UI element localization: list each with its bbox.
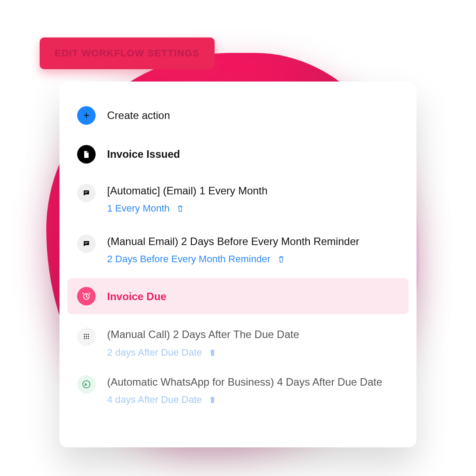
create-action-row[interactable]: Create action xyxy=(60,100,416,131)
svg-point-8 xyxy=(86,338,87,339)
button-label: EDIT WORKFLOW SETTINGS xyxy=(55,48,200,59)
file-icon xyxy=(77,145,96,164)
trash-icon[interactable] xyxy=(208,395,217,404)
automatic-email-title: [Automatic] (Email) 1 Every Month xyxy=(107,184,268,197)
svg-point-4 xyxy=(84,336,85,337)
whatsapp-sub[interactable]: 4 days After Due Date xyxy=(107,394,202,405)
manual-call-title: (Manual Call) 2 Days After The Due Date xyxy=(107,327,299,341)
invoice-due-label: Invoice Due xyxy=(107,290,167,303)
svg-point-9 xyxy=(88,338,89,339)
whatsapp-title: (Automatic WhatsApp for Business) 4 Days… xyxy=(107,375,382,389)
edit-workflow-settings-button[interactable]: EDIT WORKFLOW SETTINGS xyxy=(40,37,215,69)
alarm-icon xyxy=(77,287,96,305)
manual-email-title: (Manual Email) 2 Days Before Every Month… xyxy=(107,234,359,248)
dialpad-icon xyxy=(77,327,96,346)
trash-icon[interactable] xyxy=(208,348,217,357)
svg-point-6 xyxy=(88,336,89,337)
automatic-email-row[interactable]: [Automatic] (Email) 1 Every Month 1 Ever… xyxy=(60,178,416,220)
message-icon xyxy=(77,184,96,202)
trash-icon[interactable] xyxy=(176,204,185,213)
svg-point-7 xyxy=(84,338,85,339)
create-action-label: Create action xyxy=(107,108,170,122)
svg-point-2 xyxy=(86,334,87,335)
invoice-issued-row[interactable]: Invoice Issued xyxy=(60,139,416,170)
whatsapp-row[interactable]: (Automatic WhatsApp for Business) 4 Days… xyxy=(60,369,416,412)
svg-point-1 xyxy=(84,334,85,335)
manual-email-row[interactable]: (Manual Email) 2 Days Before Every Month… xyxy=(60,228,416,271)
whatsapp-icon xyxy=(77,375,96,394)
trash-icon[interactable] xyxy=(277,255,286,264)
manual-call-row[interactable]: (Manual Call) 2 Days After The Due Date … xyxy=(60,321,416,364)
invoice-due-row[interactable]: Invoice Due xyxy=(67,278,409,314)
invoice-issued-label: Invoice Issued xyxy=(107,147,180,161)
automatic-email-sub[interactable]: 1 Every Month xyxy=(107,203,170,214)
svg-point-3 xyxy=(88,334,89,335)
manual-email-sub[interactable]: 2 Days Before Every Month Reminder xyxy=(107,253,271,265)
plus-icon xyxy=(77,106,96,125)
svg-point-5 xyxy=(86,336,87,337)
manual-call-sub[interactable]: 2 days After Due Date xyxy=(107,347,202,358)
workflow-card: Create action Invoice Issued [Automatic]… xyxy=(60,82,416,447)
message-icon xyxy=(77,234,96,253)
